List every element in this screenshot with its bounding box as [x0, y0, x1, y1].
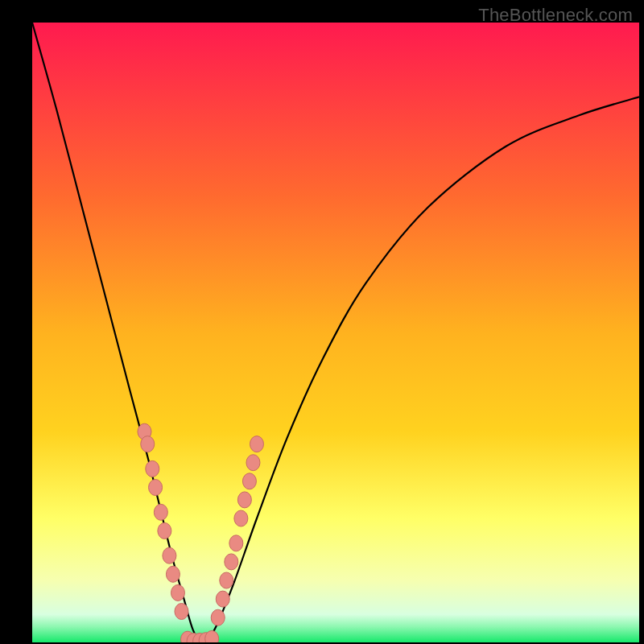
data-marker: [225, 554, 238, 570]
data-marker: [166, 566, 180, 582]
data-marker: [163, 547, 176, 564]
data-marker: [158, 522, 171, 539]
data-marker: [250, 436, 263, 452]
chart-container: TheBottleneck.com: [0, 0, 644, 644]
data-marker: [205, 630, 219, 642]
data-marker: [154, 504, 167, 520]
data-marker: [216, 591, 229, 607]
bottleneck-curve: [32, 23, 639, 642]
data-markers: [138, 423, 263, 642]
data-marker: [229, 535, 243, 551]
data-marker: [175, 604, 188, 620]
data-marker: [246, 455, 260, 471]
data-marker: [211, 609, 225, 625]
data-marker: [237, 492, 251, 508]
data-marker: [234, 510, 248, 526]
data-marker: [146, 460, 159, 477]
data-marker: [242, 473, 256, 489]
data-marker: [171, 584, 184, 601]
data-marker: [149, 480, 163, 496]
data-marker: [141, 436, 155, 452]
chart-svg: [32, 23, 639, 642]
plot-area: [32, 23, 639, 642]
data-marker: [220, 572, 233, 588]
